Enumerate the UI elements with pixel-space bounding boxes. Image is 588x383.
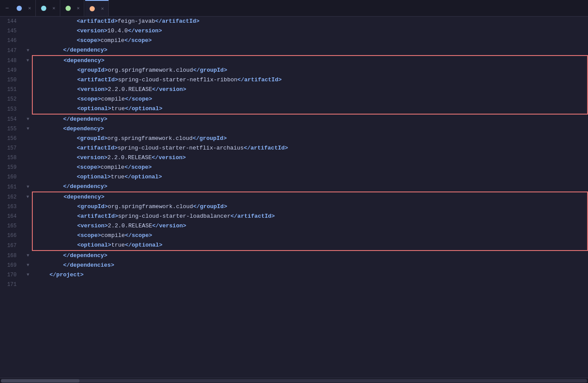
gutter-icon[interactable] <box>24 104 32 114</box>
line-content: <optional>true</optional> <box>32 172 588 182</box>
line-number: 169 <box>2 261 24 270</box>
line-content: <optional>true</optional> <box>32 240 588 251</box>
table-row: 144 <artifactId>feign-javab</artifactId> <box>0 17 588 26</box>
scrollbar-track[interactable] <box>1 379 587 383</box>
tab-pomxml[interactable]: ✕ <box>61 0 85 17</box>
line-content: <optional>true</optional> <box>32 104 588 114</box>
line-number: 161 <box>2 182 24 192</box>
table-row: 157 <artifactId>spring-cloud-starter-net… <box>0 143 588 153</box>
gutter-icon[interactable]: ▼ <box>24 56 32 66</box>
gutter-icon[interactable] <box>24 221 32 231</box>
table-row: 160 <optional>true</optional> <box>0 172 588 182</box>
gutter-icon[interactable] <box>24 280 32 289</box>
line-content: <version>2.2.0.RELEASE</version> <box>32 85 588 94</box>
line-content: <artifactId>feign-javab</artifactId> <box>32 17 588 26</box>
scrollbar-thumb[interactable] <box>1 379 80 383</box>
gutter-icon[interactable] <box>24 163 32 172</box>
gutter-icon[interactable] <box>24 134 32 143</box>
table-row: 162▼ <dependency> <box>0 192 588 202</box>
gutter-icon[interactable]: ▼ <box>24 192 32 202</box>
tab-deptcontroller[interactable]: ✕ <box>37 0 60 17</box>
gutter-icon[interactable] <box>24 75 32 85</box>
line-content: <scope>compile</scope> <box>32 36 588 45</box>
line-content: <artifactId>spring-cloud-starter-netflix… <box>32 75 588 85</box>
line-content: </dependency> <box>32 114 588 124</box>
line-number: 154 <box>2 114 24 124</box>
line-number: 146 <box>2 36 24 45</box>
close-tab-deptcontroller[interactable]: ✕ <box>52 5 55 11</box>
line-number: 147 <box>2 45 24 56</box>
gutter-icon[interactable] <box>24 85 32 94</box>
close-tab-deptservice[interactable]: ✕ <box>28 5 31 11</box>
minus-control[interactable]: − <box>5 5 9 12</box>
line-content: <version>2.2.0.RELEASE</version> <box>32 153 588 163</box>
line-number: 158 <box>2 153 24 163</box>
line-number: 151 <box>2 85 24 94</box>
gutter-icon[interactable]: ▼ <box>24 45 32 56</box>
gutter-icon[interactable] <box>24 36 32 45</box>
line-number: 160 <box>2 172 24 182</box>
close-tab-pomxml[interactable]: ✕ <box>77 5 80 11</box>
line-content: <dependency> <box>32 192 588 202</box>
table-row: 151 <version>2.2.0.RELEASE</version> <box>0 85 588 94</box>
table-row: 145 <version>10.4.0</version> <box>0 26 588 36</box>
gutter-icon[interactable]: ▼ <box>24 182 32 192</box>
gutter-icon[interactable] <box>24 212 32 221</box>
horizontal-scrollbar[interactable] <box>0 378 588 383</box>
line-content: <version>10.4.0</version> <box>32 26 588 36</box>
close-tab-springcloud[interactable]: ✕ <box>101 6 104 11</box>
table-row: 147▼ </dependency> <box>0 45 588 56</box>
tab-bar: − ✕ ✕ ✕ ✕ <box>0 0 588 17</box>
line-number: 159 <box>2 163 24 172</box>
code-area[interactable]: 144 <artifactId>feign-javab</artifactId>… <box>0 17 588 378</box>
line-content: <scope>compile</scope> <box>32 231 588 240</box>
gutter-icon[interactable]: ▼ <box>24 251 32 261</box>
line-content: <groupId>org.springframework.cloud</grou… <box>32 66 588 75</box>
line-number: 152 <box>2 94 24 104</box>
table-row: 168▼ </dependency> <box>0 251 588 261</box>
line-content: </dependency> <box>32 251 588 261</box>
line-number: 145 <box>2 26 24 36</box>
gutter-icon[interactable] <box>24 240 32 251</box>
table-row: 164 <artifactId>spring-cloud-starter-loa… <box>0 212 588 221</box>
table-row: 163 <groupId>org.springframework.cloud</… <box>0 202 588 212</box>
line-content: <dependency> <box>32 56 588 66</box>
line-number: 166 <box>2 231 24 240</box>
line-content: <dependency> <box>32 124 588 134</box>
gutter-icon[interactable] <box>24 94 32 104</box>
line-content: </dependencies> <box>32 261 588 270</box>
line-number: 148 <box>2 56 24 66</box>
table-row: 166 <scope>compile</scope> <box>0 231 588 240</box>
gutter-icon[interactable] <box>24 66 32 75</box>
line-number: 155 <box>2 124 24 134</box>
table-row: 149 <groupId>org.springframework.cloud</… <box>0 66 588 75</box>
table-row: 171 <box>0 280 588 289</box>
table-row: 165 <version>2.2.0.RELEASE</version> <box>0 221 588 231</box>
table-row: 169▼ </dependencies> <box>0 261 588 270</box>
line-number: 162 <box>2 192 24 202</box>
gutter-icon[interactable]: ▼ <box>24 114 32 124</box>
table-row: 148▼ <dependency> <box>0 56 588 66</box>
line-number: 165 <box>2 221 24 231</box>
gutter-icon[interactable]: ▼ <box>24 261 32 270</box>
gutter-icon[interactable] <box>24 153 32 163</box>
gutter-icon[interactable]: ▼ <box>24 124 32 134</box>
table-row: 156 <groupId>org.springframework.cloud</… <box>0 134 588 143</box>
line-number: 171 <box>2 280 24 289</box>
gutter-icon[interactable] <box>24 231 32 240</box>
tab-springcloud[interactable]: ✕ <box>85 0 109 17</box>
line-content: <artifactId>spring-cloud-starter-netflix… <box>32 143 588 153</box>
java-icon-1 <box>17 6 22 11</box>
gutter-icon[interactable] <box>24 172 32 182</box>
gutter-icon[interactable] <box>24 17 32 26</box>
tab-deptservice[interactable]: ✕ <box>12 0 36 17</box>
gutter-icon[interactable] <box>24 143 32 153</box>
line-number: 150 <box>2 75 24 85</box>
line-number: 163 <box>2 202 24 212</box>
table-row: 146 <scope>compile</scope> <box>0 36 588 45</box>
window-controls: − <box>2 5 12 12</box>
table-row: 170▼ </project> <box>0 270 588 280</box>
gutter-icon[interactable]: ▼ <box>24 270 32 280</box>
gutter-icon[interactable] <box>24 202 32 212</box>
gutter-icon[interactable] <box>24 26 32 36</box>
